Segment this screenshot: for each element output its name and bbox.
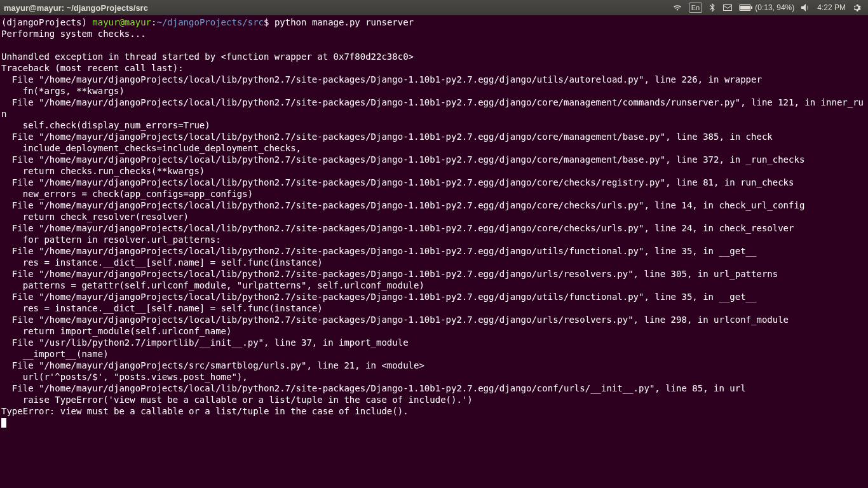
terminal-output: Performing system checks... Unhandled ex…: [1, 29, 864, 416]
language-label: En: [689, 3, 702, 13]
clock[interactable]: 4:22 PM: [814, 0, 849, 15]
system-menubar: mayur@mayur: ~/djangoProjects/src En (0:…: [0, 0, 868, 15]
language-indicator[interactable]: En: [686, 0, 705, 15]
battery-text: (0:13, 94%): [755, 3, 794, 12]
svg-rect-2: [740, 6, 750, 10]
mail-icon[interactable]: [719, 0, 736, 15]
settings-gear-icon[interactable]: [849, 0, 864, 15]
battery-indicator[interactable]: (0:13, 94%): [736, 0, 797, 15]
command-text: python manage.py runserver: [275, 17, 414, 27]
prompt-venv: (djangoProjects): [1, 17, 92, 27]
prompt-dollar: $: [264, 17, 269, 27]
terminal-area[interactable]: (djangoProjects) mayur@mayur:~/djangoPro…: [0, 15, 868, 488]
bluetooth-icon[interactable]: [705, 0, 719, 15]
volume-icon[interactable]: [797, 0, 814, 15]
svg-rect-1: [751, 6, 752, 9]
prompt-userhost: mayur@mayur: [92, 17, 151, 27]
wifi-icon[interactable]: [669, 0, 686, 15]
window-title: mayur@mayur: ~/djangoProjects/src: [4, 3, 148, 13]
prompt-path: ~/djangoProjects/src: [156, 17, 264, 27]
terminal-cursor: [1, 418, 6, 428]
